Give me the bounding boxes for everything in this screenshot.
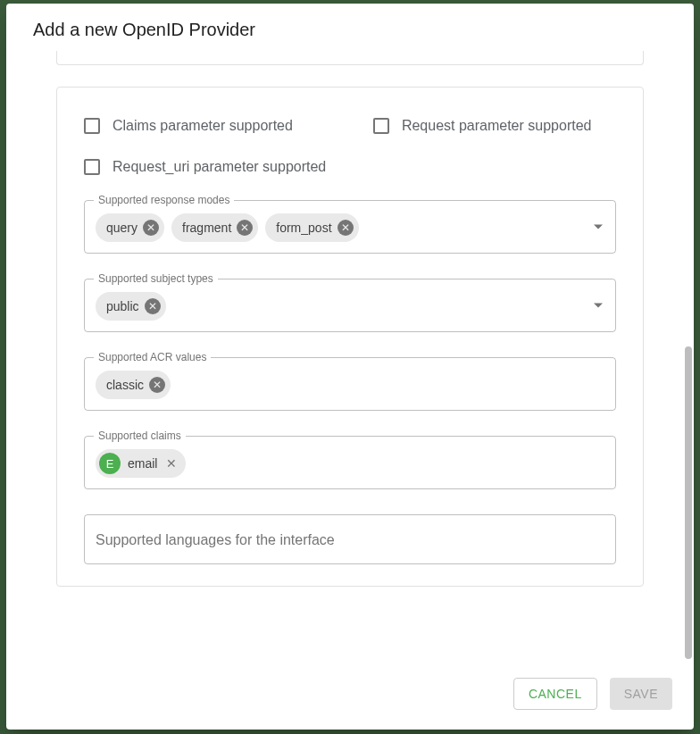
parameters-section: Claims parameter supported Request param… (56, 87, 644, 587)
checkbox-label: Request_uri parameter supported (112, 159, 326, 175)
chip-text: classic (106, 378, 144, 392)
chip-text: query (106, 221, 138, 235)
chip-fragment[interactable]: fragment ✕ (171, 213, 258, 242)
scrollbar-track[interactable] (681, 7, 694, 721)
avatar-icon: E (99, 453, 121, 474)
field-label: Supported claims (94, 430, 186, 442)
response-modes-field[interactable]: Supported response modes query ✕ fragmen… (84, 200, 616, 254)
claims-parameter-checkbox[interactable]: Claims parameter supported (84, 118, 293, 134)
openid-provider-dialog: Add a new OpenID Provider Claims paramet… (6, 4, 694, 730)
placeholder-text: Supported languages for the interface (96, 532, 335, 548)
chip-classic[interactable]: classic ✕ (96, 371, 171, 399)
cancel-button[interactable]: Cancel (513, 678, 597, 710)
checkbox-row-1: Claims parameter supported Request param… (84, 118, 616, 134)
chip-text: email (128, 456, 157, 471)
chip-form-post[interactable]: form_post ✕ (265, 213, 358, 242)
request-parameter-checkbox[interactable]: Request parameter supported (373, 118, 592, 134)
scrollbar-thumb[interactable] (685, 346, 692, 659)
close-icon[interactable]: ✕ (149, 377, 165, 393)
chip-text: fragment (182, 221, 231, 235)
chip-public[interactable]: public ✕ (96, 292, 166, 321)
field-label: Supported subject types (94, 272, 218, 285)
checkbox-icon (373, 118, 389, 134)
chevron-down-icon[interactable] (594, 304, 603, 308)
close-icon[interactable]: ✕ (145, 298, 161, 314)
previous-section-edge (56, 51, 644, 65)
dialog-title: Add a new OpenID Provider (6, 4, 694, 51)
checkbox-icon (84, 118, 100, 134)
checkbox-row-2: Request_uri parameter supported (84, 159, 616, 175)
field-label: Supported response modes (94, 194, 234, 206)
subject-types-field[interactable]: Supported subject types public ✕ (84, 279, 616, 332)
checkbox-icon (84, 159, 100, 175)
dialog-actions: Cancel Save (6, 658, 694, 730)
chevron-down-icon[interactable] (594, 225, 603, 229)
checkbox-label: Claims parameter supported (112, 118, 293, 134)
chip-query[interactable]: query ✕ (96, 213, 164, 242)
request-uri-parameter-checkbox[interactable]: Request_uri parameter supported (84, 159, 326, 175)
chip-text: form_post (276, 221, 331, 235)
field-label: Supported ACR values (94, 351, 211, 363)
checkbox-label: Request parameter supported (402, 118, 592, 134)
dialog-content: Claims parameter supported Request param… (6, 51, 694, 658)
acr-values-field[interactable]: Supported ACR values classic ✕ (84, 357, 616, 411)
supported-languages-field[interactable]: Supported languages for the interface (84, 514, 616, 564)
close-icon[interactable]: ✕ (143, 220, 159, 236)
close-icon[interactable]: ✕ (162, 456, 180, 471)
close-icon[interactable]: ✕ (338, 220, 354, 236)
close-icon[interactable]: ✕ (237, 220, 253, 236)
supported-claims-field[interactable]: Supported claims E email ✕ (84, 436, 616, 489)
chip-text: public (106, 299, 139, 313)
chip-email[interactable]: E email ✕ (96, 449, 186, 478)
save-button[interactable]: Save (610, 678, 672, 710)
